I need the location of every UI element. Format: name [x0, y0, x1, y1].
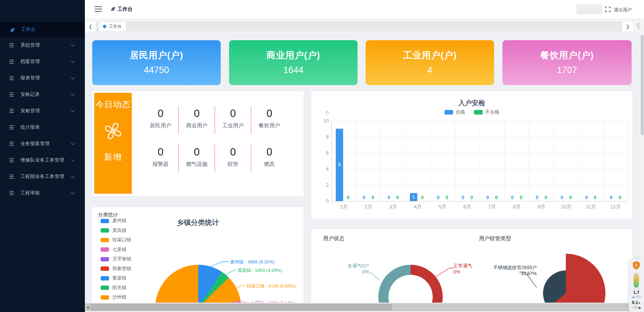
sidebar-item-2[interactable]: 系统管理: [0, 37, 85, 53]
horizontal-scrollbar-thumb[interactable]: [90, 304, 392, 311]
zero-value-label: 0: [542, 195, 549, 200]
pie-label-suzhou: 肃州镇 : 3969 (9.32%): [230, 259, 275, 265]
sidebar-item-label: 维修队业务工单管理: [20, 157, 64, 163]
today-stat-label: 燃气设施: [179, 161, 215, 168]
tab-active-dot-icon: [103, 25, 106, 28]
menu-lines-icon: [9, 158, 14, 162]
download-speed-value: 0.1▼: [629, 300, 644, 306]
zero-value-label: 0: [344, 195, 352, 200]
today-stats-row-1: 0居民用户0商业用户0工业用户0餐饮用户: [143, 106, 287, 134]
sidebar-item-10[interactable]: 工程部业务工单管理: [0, 168, 85, 185]
sidebar-item-label: 档案管理: [20, 59, 40, 65]
tabs-scroll-left-button[interactable]: ❮: [85, 21, 96, 32]
today-dynamics-panel: 今日动态 新增 0居民用户0商业用户0工业用户0餐饮用户 0报警器0燃气设施0软…: [92, 91, 304, 196]
sidebar-item-3[interactable]: 档案管理: [0, 53, 85, 70]
x-tick-label: 8月: [504, 204, 529, 210]
tab-strip: ❮ 工作台 ❯: [85, 19, 644, 33]
bar-chart-title: 入户安检: [311, 99, 632, 108]
horizontal-scrollbar[interactable]: ◀: [85, 303, 644, 311]
chevron-down-icon: [71, 75, 74, 79]
sidebar-item-1[interactable]: 工作台: [0, 22, 85, 37]
sidebar-item-11[interactable]: 工程审核: [0, 185, 85, 201]
today-stat-value: 0: [179, 146, 215, 158]
stat-card-3[interactable]: 工业用户(户)4: [366, 40, 494, 85]
sidebar-item-label: 工程审核: [20, 190, 40, 196]
x-tick-label: 9月: [529, 204, 554, 210]
chevron-down-icon: [71, 43, 74, 46]
y-tick-label: 0: [315, 198, 329, 204]
user-name-redacted[interactable]: [576, 4, 602, 14]
donut-leader-lines: [311, 229, 632, 303]
stat-card-title: 餐饮用户(户): [502, 49, 632, 61]
sidebar-item-7[interactable]: 统计报表: [0, 119, 85, 135]
stat-card-title: 居民用户(户): [92, 49, 221, 61]
upload-speed-unit: ▲ K/s: [629, 295, 644, 299]
sidebar-item-6[interactable]: 安检管理: [0, 103, 85, 119]
zero-value-label: 0: [369, 195, 377, 200]
zero-value-label: 0: [493, 195, 500, 200]
sidebar-item-5[interactable]: 安检记录: [0, 86, 85, 103]
tab-workbench[interactable]: 工作台: [99, 22, 126, 31]
page-title: 工作台: [117, 6, 132, 12]
stat-card-4[interactable]: 餐饮用户(户)1707: [502, 40, 632, 85]
hamburger-menu-icon[interactable]: [95, 6, 102, 12]
sidebar-item-8[interactable]: 业务报装管理: [0, 135, 85, 152]
tab-label: 工作台: [109, 24, 122, 29]
leaf-icon: [9, 27, 14, 32]
bar-value-label: 1: [410, 194, 417, 199]
menu-lines-icon: [9, 76, 14, 80]
bar-chart-legend: 合格不合格: [311, 109, 632, 115]
status-charts-panel: 用户状态 用户软管类型 未通气0户 0% 正常通气0户 0% 不锈钢波纹管269…: [311, 229, 632, 303]
sidebar-item-4[interactable]: 报表管理: [0, 70, 85, 86]
stat-card-value: 1644: [229, 65, 358, 75]
today-stat-cell: 0软管: [215, 145, 251, 173]
gridline: [381, 121, 381, 201]
today-stat-label: 工业用户: [215, 122, 251, 129]
x-tick-label: 4月: [406, 204, 430, 210]
sidebar-item-label: 系统管理: [20, 42, 40, 48]
chevron-down-icon: [71, 108, 74, 112]
zero-value-label: 0: [616, 195, 624, 200]
gridline: [356, 121, 357, 201]
today-stat-label: 软管: [215, 161, 251, 168]
chevron-down-icon: [71, 190, 74, 194]
gridline: [331, 121, 332, 201]
legend-item-合格[interactable]: 合格: [444, 109, 465, 115]
bar-1月-合格: 9: [336, 129, 343, 201]
zero-value-label: 0: [518, 195, 525, 200]
today-stat-cell: 0餐饮用户: [251, 106, 287, 134]
gridline: [455, 121, 455, 201]
stat-card-value: 44750: [92, 65, 221, 75]
menu-lines-icon: [9, 43, 14, 47]
stat-card-value: 1707: [502, 65, 632, 75]
tabs-scroll-right-button[interactable]: ❯: [622, 21, 633, 32]
zero-value-label: 0: [484, 195, 491, 200]
vertical-scrollbar-thumb[interactable]: [641, 35, 644, 135]
x-tick-label: 3月: [381, 204, 406, 210]
today-stat-value: 0: [143, 146, 178, 158]
stat-card-2[interactable]: 商业用户(户)1644: [229, 40, 358, 85]
legend-swatch: [474, 110, 483, 115]
shield-icon: 1: [629, 261, 644, 271]
stat-card-1[interactable]: 居民用户(户)44750: [92, 40, 221, 85]
thermometer-gauge-icon: [634, 273, 639, 288]
stat-card-value: 4: [366, 65, 494, 75]
sidebar-item-label: 报表管理: [20, 75, 40, 81]
logout-button[interactable]: 退出用户: [614, 7, 632, 13]
up-arrow-icon: ▲: [632, 295, 635, 299]
fullscreen-icon[interactable]: [605, 7, 610, 13]
net-monitor-widget[interactable]: 1 1.7 ▲ K/s 0.1▼ ↓ K/s▶: [629, 259, 644, 312]
sidebar-item-label: 统计报表: [20, 124, 40, 130]
x-tick-label: 5月: [430, 204, 455, 210]
today-stat-value: 0: [143, 108, 178, 120]
zero-value-label: 0: [459, 195, 467, 200]
sidebar-item-9[interactable]: 维修队业务工单管理: [0, 152, 85, 168]
x-tick-label: 1月: [331, 204, 356, 210]
upload-speed-value: 1.7: [629, 290, 644, 295]
chevron-down-icon: [71, 59, 74, 63]
zero-value-label: 0: [385, 195, 392, 200]
today-stat-cell: 0工业用户: [215, 106, 251, 134]
legend-item-不合格[interactable]: 不合格: [474, 109, 499, 115]
bar-value-label: 9: [336, 162, 343, 167]
scroll-left-arrow-icon[interactable]: ◀: [86, 305, 89, 310]
